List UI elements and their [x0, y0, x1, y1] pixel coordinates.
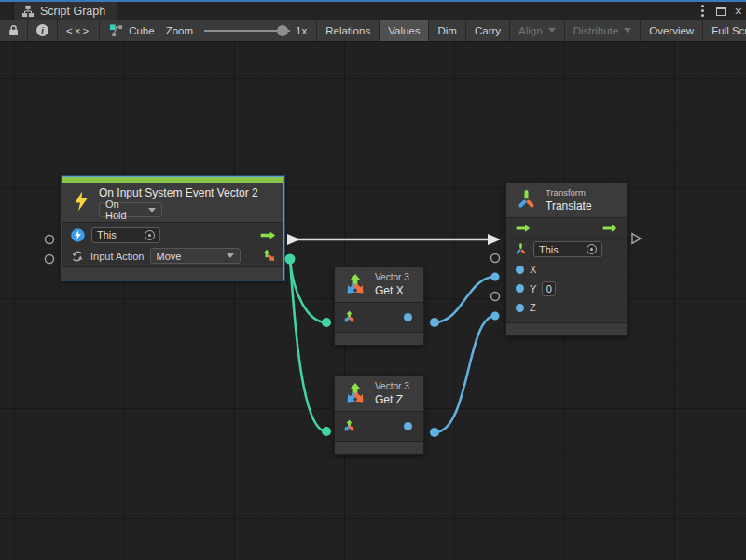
fullscreen-label: Full Screen — [711, 25, 746, 36]
translate-footer — [506, 322, 627, 335]
hierarchy-icon — [21, 5, 35, 18]
transform-icon — [515, 188, 538, 212]
lock-button[interactable] — [0, 20, 28, 41]
input-action-dropdown[interactable]: Move — [150, 248, 241, 264]
translate-target-in-port[interactable] — [491, 254, 500, 263]
zoom-slider-knob[interactable] — [277, 25, 288, 36]
event-action-in-port[interactable] — [46, 255, 54, 264]
event-node-header: On Input System Event Vector 2 On Hold — [62, 183, 283, 222]
tab-script-graph[interactable]: Script Graph — [13, 2, 117, 20]
port-z-dot[interactable] — [516, 304, 524, 312]
distribute-dropdown[interactable]: Distribute — [565, 20, 642, 41]
wire-float-z — [435, 316, 495, 432]
event-target-in-port[interactable] — [46, 236, 54, 244]
event-mode-value: On Hold — [105, 198, 143, 221]
values-button[interactable]: Values — [380, 20, 429, 41]
overview-button[interactable]: Overview — [641, 20, 703, 41]
graph-canvas[interactable]: On Input System Event Vector 2 On Hold — [0, 42, 746, 560]
wire-vector2-getx — [290, 259, 326, 322]
get-z-node[interactable]: Vector 3 Get Z — [334, 376, 424, 455]
translate-flow-out-port[interactable] — [632, 234, 641, 244]
get-z-title: Get Z — [375, 393, 409, 406]
flow-output-arrow-icon[interactable] — [602, 223, 617, 234]
chevron-down-icon — [148, 208, 156, 212]
dim-button[interactable]: Dim — [429, 20, 465, 41]
get-z-footer — [335, 441, 423, 454]
wire-flow-end-arrow — [488, 234, 501, 245]
translate-y-in-port[interactable] — [491, 293, 500, 301]
get-x-title: Get X — [375, 284, 409, 297]
port-z-label: Z — [530, 302, 536, 313]
event-node[interactable]: On Input System Event Vector 2 On Hold — [62, 176, 284, 280]
event-node-body: This — [62, 222, 283, 266]
get-z-vector-in-port[interactable] — [322, 427, 331, 436]
translate-node[interactable]: Transform Translate — [505, 182, 628, 336]
translate-body: This X Y 0 Z — [506, 218, 627, 317]
wire-vector2-getz — [290, 259, 326, 431]
port-x-dot[interactable] — [516, 266, 524, 274]
object-picker-icon[interactable] — [587, 244, 597, 254]
translate-target-value: This — [539, 244, 559, 255]
kebab-menu-icon[interactable] — [701, 9, 704, 12]
close-icon[interactable]: × — [735, 5, 742, 18]
port-y-value-field[interactable]: 0 — [542, 281, 556, 296]
tab-label: Script Graph — [40, 5, 105, 18]
transform-mini-icon[interactable] — [514, 242, 528, 256]
graph-name[interactable]: Cube — [129, 25, 155, 36]
wire-flow-start-arrow — [287, 234, 300, 245]
get-z-body-row — [335, 412, 423, 441]
get-x-value-out-port[interactable] — [430, 318, 439, 327]
translate-flow-row — [506, 218, 627, 239]
get-x-category: Vector 3 — [375, 272, 409, 282]
get-x-output-port[interactable] — [404, 313, 412, 321]
lock-icon — [7, 23, 21, 37]
trigger-output-arrow-icon[interactable] — [260, 229, 276, 241]
translate-z-in-port[interactable] — [491, 312, 500, 321]
event-target-value: This — [97, 229, 117, 240]
translate-port-x-row: X — [506, 260, 627, 279]
get-x-vector-in-port[interactable] — [322, 318, 331, 327]
code-preview-toggle[interactable]: <×> — [58, 20, 100, 41]
carry-label: Carry — [475, 25, 501, 36]
get-x-node[interactable]: Vector 3 Get X — [334, 266, 424, 346]
vector3-icon — [343, 382, 367, 406]
title-bar: Script Graph × — [0, 2, 746, 20]
event-mode-dropdown[interactable]: On Hold — [99, 202, 162, 217]
flow-input-arrow-icon[interactable] — [516, 223, 531, 234]
port-y-dot[interactable] — [516, 284, 524, 293]
vector3-mini-icon[interactable] — [342, 419, 356, 433]
maximize-icon[interactable] — [716, 7, 726, 16]
zoom-level: 1x — [296, 25, 307, 36]
align-label: Align — [518, 25, 543, 36]
vector2-type-icon[interactable] — [261, 249, 276, 264]
code-brackets-icon: <×> — [66, 25, 90, 36]
get-z-value-out-port[interactable] — [430, 428, 439, 437]
object-picker-icon[interactable] — [145, 230, 155, 240]
event-node-footer — [62, 266, 283, 280]
chevron-down-icon — [624, 28, 631, 33]
carry-button[interactable]: Carry — [466, 20, 510, 41]
get-x-footer — [335, 332, 423, 345]
values-label: Values — [388, 25, 420, 36]
translate-target-field[interactable]: This — [533, 241, 602, 257]
distribute-label: Distribute — [573, 25, 619, 36]
get-x-body-row — [335, 303, 423, 332]
window-controls: × — [698, 2, 742, 20]
vector3-mini-icon[interactable] — [342, 310, 356, 324]
event-target-field[interactable]: This — [91, 227, 160, 243]
fullscreen-button[interactable]: Full Screen — [703, 20, 746, 41]
vector3-icon — [343, 273, 367, 297]
translate-port-y-row: Y 0 — [506, 279, 627, 298]
zoom-slider[interactable] — [204, 30, 290, 32]
get-x-header: Vector 3 Get X — [335, 267, 423, 303]
graph-toolbar: i <×> Cube Zoom 1x Relations Values — [0, 20, 746, 42]
align-dropdown[interactable]: Align — [510, 20, 565, 41]
zoom-label: Zoom — [166, 25, 193, 36]
event-value-out-port[interactable] — [285, 254, 296, 265]
relations-button[interactable]: Relations — [317, 20, 380, 41]
translate-target-row: This — [506, 239, 627, 260]
lightning-icon — [71, 190, 91, 213]
translate-x-in-port[interactable] — [491, 273, 500, 281]
inspect-button[interactable]: i — [28, 20, 58, 41]
get-z-output-port[interactable] — [404, 422, 412, 430]
